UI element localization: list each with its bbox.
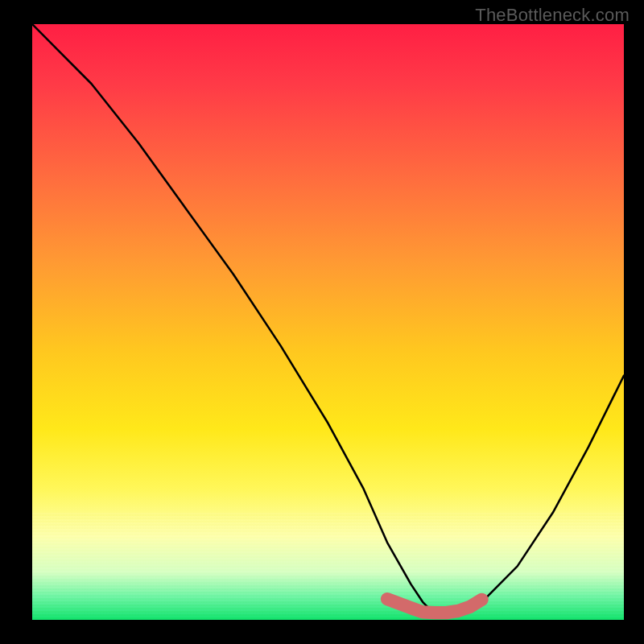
- watermark-text: TheBottleneck.com: [475, 5, 630, 26]
- optimal-segment-path: [387, 599, 482, 613]
- chart-plot-area: [32, 24, 624, 620]
- chart-frame: TheBottleneck.com: [0, 0, 644, 644]
- chart-svg: [32, 24, 624, 620]
- bottleneck-curve-path: [32, 24, 624, 614]
